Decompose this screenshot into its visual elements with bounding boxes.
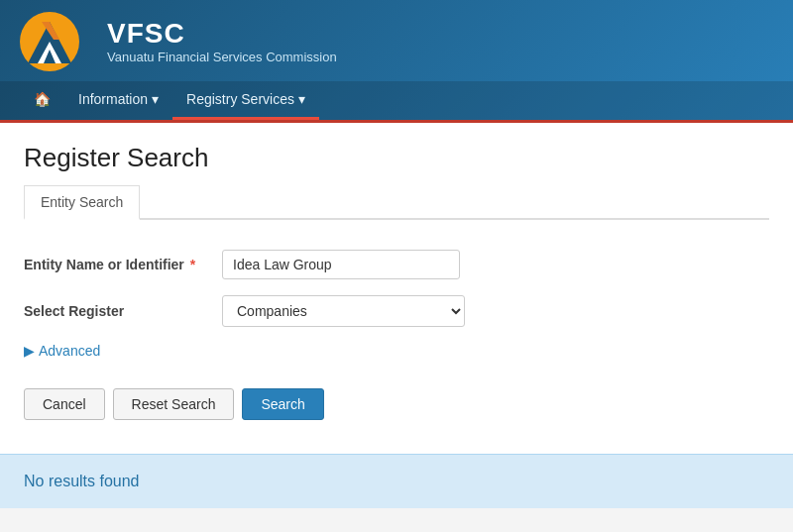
org-full-name: Vanuatu Financial Services Commission [107,50,337,64]
nav-home[interactable]: 🏠 [20,81,64,120]
triangle-right-icon: ▶ [24,343,35,359]
logo-icon [20,12,79,71]
entity-name-label: Entity Name or Identifier * [24,257,222,272]
no-results-text: No results found [24,473,140,489]
nav-registry-services-label: Registry Services [186,91,294,107]
no-results-bar: No results found [0,454,793,508]
select-register-row: Select Register Companies Partnerships B… [24,295,769,327]
nav-registry-services[interactable]: Registry Services ▾ [172,81,319,120]
site-header: VFSC Vanuatu Financial Services Commissi… [0,0,793,120]
org-name: VFSC Vanuatu Financial Services Commissi… [107,19,337,64]
tab-entity-search[interactable]: Entity Search [24,185,140,220]
advanced-section: ▶ Advanced [24,343,769,374]
select-register-label: Select Register [24,303,222,319]
home-icon: 🏠 [34,91,51,107]
tab-entity-search-label: Entity Search [41,194,123,210]
select-register-dropdown[interactable]: Companies Partnerships Business Names Tr… [222,295,465,327]
advanced-link[interactable]: ▶ Advanced [24,343,100,359]
page-title: Register Search [24,143,769,173]
chevron-down-icon: ▾ [152,91,159,107]
advanced-label: Advanced [39,343,100,359]
logo-wrap [20,12,91,71]
required-indicator: * [186,257,195,272]
button-row: Cancel Reset Search Search [24,388,769,420]
header-top: VFSC Vanuatu Financial Services Commissi… [20,12,773,81]
chevron-down-icon-2: ▾ [298,91,305,107]
nav-information[interactable]: Information ▾ [64,81,172,120]
search-button[interactable]: Search [242,388,323,420]
tabs-container: Entity Search [24,185,769,220]
entity-name-input[interactable] [222,250,460,279]
entity-name-row: Entity Name or Identifier * [24,250,769,279]
cancel-button[interactable]: Cancel [24,388,105,420]
main-content: Register Search Entity Search Entity Nam… [0,123,793,454]
search-form: Entity Name or Identifier * Select Regis… [24,240,769,430]
main-nav: 🏠 Information ▾ Registry Services ▾ [0,81,793,120]
org-abbr: VFSC [107,19,337,50]
reset-search-button[interactable]: Reset Search [113,388,235,420]
nav-information-label: Information [78,91,148,107]
